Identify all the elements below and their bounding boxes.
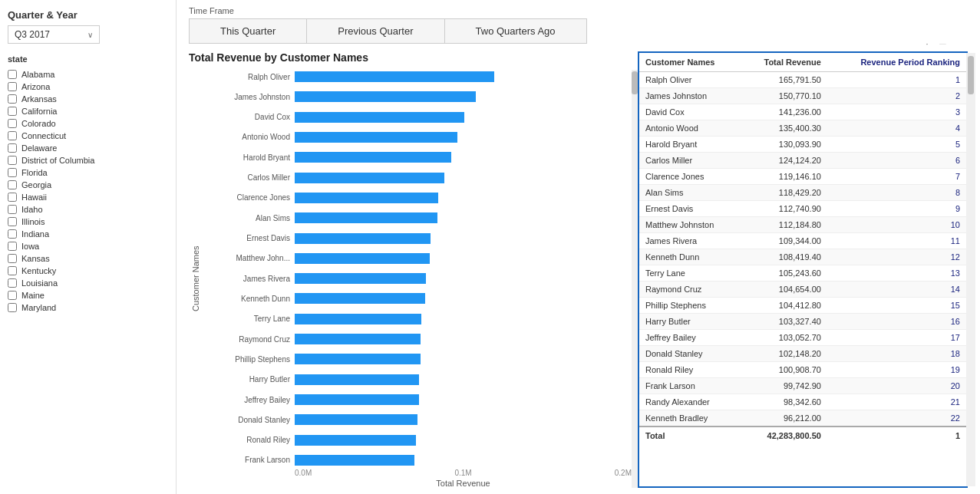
cell-customer: Harold Bryant [639,137,741,153]
state-item: Kentucky [8,265,168,277]
cell-customer: Terry Lane [639,265,741,282]
state-checkbox[interactable] [8,217,17,226]
state-item: Maine [8,289,168,301]
more-icon[interactable]: … [953,44,966,48]
cell-rank: 22 [827,410,966,427]
bar-label: Raymond Cruz [203,335,295,344]
state-item: Illinois [8,216,168,228]
cell-customer: Donald Stanley [639,346,741,362]
state-item: Connecticut [8,130,168,142]
bar-track [295,71,632,82]
state-checkbox[interactable] [8,82,17,91]
state-label: Maine [21,291,45,300]
state-checkbox[interactable] [8,205,17,214]
state-checkbox[interactable] [8,242,17,251]
state-checkbox[interactable] [8,143,17,153]
bar-fill [295,314,421,324]
bar-row: Ralph Oliver [203,70,632,84]
state-checkbox[interactable] [8,180,17,189]
state-checkbox[interactable] [8,278,17,288]
bar-fill [295,212,437,223]
bar-label: Donald Stanley [203,416,295,424]
cell-revenue: 124,124.20 [741,153,827,169]
bar-row: Harold Bryant [203,150,632,164]
cell-revenue: 112,740.90 [741,201,827,217]
bar-label: Carlos Miller [203,173,295,182]
state-checkbox[interactable] [8,229,17,239]
table-scrollbar[interactable] [966,53,975,486]
state-label: Indiana [21,229,49,239]
table-row: Ernest Davis 112,740.90 9 [639,201,966,217]
cell-revenue: 105,243.60 [741,265,827,282]
state-checkbox[interactable] [8,291,17,300]
bar-track [295,435,632,446]
state-item: Kansas [8,252,168,265]
state-checkbox[interactable] [8,303,17,312]
bar-label: Frank Larson [203,456,295,464]
state-checkbox[interactable] [8,119,17,128]
this-quarter-button[interactable]: This Quarter [189,18,306,44]
state-checkbox[interactable] [8,131,17,140]
cell-revenue: 109,344.00 [741,233,827,249]
state-checkbox[interactable] [8,254,17,263]
state-item: District of Columbia [8,154,168,166]
state-label: Colorado [21,119,56,128]
bar-fill [295,233,431,244]
bar-fill [295,334,421,344]
bar-fill [295,71,494,82]
table-row: James Johnston 150,770.10 2 [639,88,966,104]
state-checkbox[interactable] [8,94,17,104]
chart-scrollbar[interactable] [632,70,638,488]
table-row: Ronald Riley 100,908.70 19 [639,362,966,378]
table-wrapper[interactable]: Customer Names Total Revenue Revenue Per… [639,53,966,486]
bar-fill [295,414,417,425]
cell-revenue: 99,742.90 [741,378,827,394]
state-checkbox[interactable] [8,168,17,177]
filter-icon[interactable]: ▽ [922,44,932,48]
bar-label: Ronald Riley [203,436,295,444]
state-section-title: state [8,54,168,64]
table-row: Matthew Johnston 112,184.80 10 [639,217,966,233]
previous-quarter-button[interactable]: Previous Quarter [306,18,444,44]
state-checkbox[interactable] [8,193,17,202]
bar-row: Carlos Miller [203,171,632,185]
bar-track [295,293,632,304]
expand-icon[interactable]: ⊡ [937,44,949,48]
state-checkbox[interactable] [8,156,17,165]
cell-customer: Jeffrey Bailey [639,330,741,346]
cell-revenue: 98,342.60 [741,394,827,410]
state-item: Alabama [8,68,168,81]
cell-rank: 14 [827,282,966,298]
state-label: California [21,107,57,116]
state-label: Kansas [21,254,50,263]
state-checkbox[interactable] [8,266,17,275]
two-quarters-ago-button[interactable]: Two Quarters Ago [444,18,587,44]
state-item: Iowa [8,240,168,252]
bar-label: Ralph Oliver [203,73,295,81]
state-label: Georgia [21,180,51,189]
state-checkbox[interactable] [8,70,17,79]
y-axis-label: Customer Names [189,70,203,488]
bar-label: James Johnston [203,93,295,101]
table-row: Raymond Cruz 104,654.00 14 [639,282,966,298]
x-tick-2: 0.2M [615,469,632,477]
cell-rank: 5 [827,137,966,153]
bar-row: James Rivera [203,272,632,285]
cell-revenue: 141,236.00 [741,104,827,120]
bar-row: Frank Larson [203,453,632,467]
table-row: Ralph Oliver 165,791.50 1 [639,72,966,88]
cell-revenue: 108,419.40 [741,249,827,265]
bar-row: Kenneth Dunn [203,291,632,305]
bar-label: Matthew John... [203,254,295,262]
cell-customer: Ralph Oliver [639,72,741,88]
state-checkbox[interactable] [8,107,17,116]
bar-label: James Rivera [203,275,295,283]
cell-customer: Kenneth Dunn [639,249,741,265]
quarter-year-dropdown[interactable]: Q3 2017 ∨ [8,25,100,44]
cell-rank: 17 [827,330,966,346]
chart-section: Total Revenue by Customer Names Customer… [189,51,638,488]
bar-label: Alan Sims [203,214,295,222]
bar-fill [295,132,457,143]
cell-revenue: 130,093.90 [741,137,827,153]
x-tick-1: 0.1M [454,469,471,477]
